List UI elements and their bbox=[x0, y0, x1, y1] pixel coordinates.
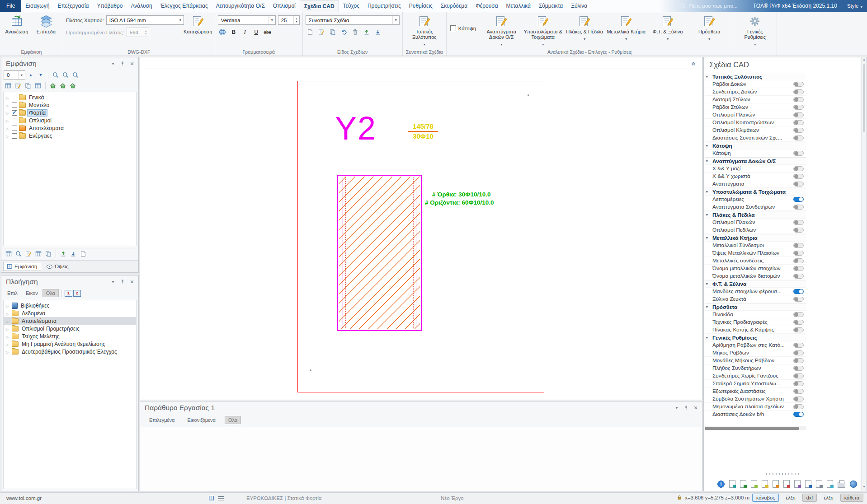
spinner-buttons[interactable] bbox=[143, 28, 149, 37]
toggle-switch[interactable] bbox=[793, 135, 804, 140]
collapse-chevron-icon[interactable] bbox=[690, 60, 697, 66]
cad-row[interactable]: Οπλισμοί Πλακών bbox=[705, 111, 806, 119]
cad-row[interactable]: Όψεις Μεταλλικών Πλαισίων bbox=[705, 249, 806, 257]
resize-grip[interactable] bbox=[766, 473, 799, 475]
undo-button[interactable] bbox=[339, 28, 349, 37]
cad-row[interactable]: Πίνακας Κοπής & Κάμψης bbox=[705, 326, 806, 334]
new-drawing-button[interactable] bbox=[306, 28, 315, 37]
toggle-switch[interactable] bbox=[793, 404, 804, 409]
globe-icon[interactable] bbox=[850, 481, 857, 488]
toggle-switch[interactable] bbox=[793, 89, 804, 94]
snap-toggle-button[interactable]: dxf bbox=[802, 494, 817, 502]
tree-item[interactable]: Ενέργειες bbox=[4, 132, 136, 140]
table-page-button[interactable] bbox=[79, 249, 88, 258]
toggle-switch[interactable] bbox=[793, 289, 804, 294]
toggle-switch[interactable] bbox=[793, 312, 804, 317]
table-down-button[interactable] bbox=[69, 249, 78, 258]
pdf-export-icon[interactable] bbox=[783, 480, 790, 488]
menu-tab[interactable]: Ανάλυση bbox=[127, 0, 156, 12]
menu-tab[interactable]: Έλεγχος Επάρκειας bbox=[156, 0, 212, 12]
grid-view-icon[interactable] bbox=[209, 496, 214, 500]
menu-tab[interactable]: File bbox=[0, 0, 21, 12]
cad-row[interactable]: Ξύλινα Ζευκτά bbox=[705, 295, 806, 303]
toggle-switch[interactable] bbox=[793, 182, 804, 187]
cad-option-button[interactable]: Μεταλλικά Κτήρια bbox=[605, 14, 647, 43]
pin-icon[interactable] bbox=[119, 60, 126, 67]
cad-row[interactable]: Γενικές Ρυθμίσεις bbox=[705, 334, 806, 341]
copy-page-icon[interactable] bbox=[751, 480, 757, 488]
font-family-select[interactable]: Verdana bbox=[218, 15, 276, 25]
tree-item[interactable]: Γενικά bbox=[4, 93, 136, 101]
level-select[interactable]: 0 bbox=[4, 70, 25, 80]
visibility-checkbox[interactable] bbox=[12, 133, 17, 139]
zoom-all-button[interactable] bbox=[71, 70, 80, 79]
scrollbar-thumb[interactable] bbox=[705, 427, 799, 430]
expander-icon[interactable] bbox=[6, 349, 10, 355]
view-3d-button[interactable] bbox=[48, 81, 57, 90]
expander-icon[interactable] bbox=[6, 326, 10, 332]
level-up-button[interactable] bbox=[26, 70, 35, 79]
toggle-switch[interactable] bbox=[793, 166, 804, 171]
cad-row[interactable]: Όνομα μεταλλικών διατομών bbox=[705, 272, 806, 280]
visibility-checkbox[interactable] bbox=[12, 95, 17, 100]
typical-formwork-button[interactable]: Τυπικός Ξυλότυπος bbox=[405, 14, 443, 49]
bold-button[interactable]: B bbox=[229, 28, 238, 37]
layer-copy-button[interactable] bbox=[24, 81, 33, 90]
cad-row[interactable]: Αναπτύγματα bbox=[705, 180, 806, 188]
expander-icon[interactable] bbox=[6, 102, 10, 108]
tree-item[interactable]: Βιβλιοθήκες bbox=[4, 302, 136, 309]
cad-row[interactable]: Οπλισμοί Πεδίλων bbox=[705, 226, 806, 234]
cad-row[interactable]: Υποστυλώματα & Τοιχώματα bbox=[705, 188, 806, 196]
text-report-icon[interactable] bbox=[729, 480, 735, 488]
toggle-switch[interactable] bbox=[793, 320, 804, 325]
cad-option-button[interactable]: Πλάκες & Πέδιλα bbox=[564, 14, 605, 43]
style-menu[interactable]: Style bbox=[847, 3, 859, 9]
horizontal-scrollbar[interactable] bbox=[705, 426, 806, 430]
katopsi-checkbox[interactable]: Κάτοψη bbox=[450, 25, 476, 31]
visibility-checkbox[interactable] bbox=[12, 126, 17, 131]
chart-bar-icon[interactable] bbox=[762, 480, 768, 488]
toggle-switch[interactable] bbox=[793, 366, 804, 371]
tree-item[interactable]: Οπλισμοί-Προμετρήσεις bbox=[4, 325, 136, 332]
excel-export-icon[interactable] bbox=[740, 480, 746, 488]
cad-row[interactable]: Όνομα μεταλλικών στοιχείων bbox=[705, 265, 806, 272]
cad-row[interactable]: Φ.Τ. & Ξύλινα bbox=[705, 280, 806, 288]
snap-toggle-button[interactable]: έλξη bbox=[820, 494, 837, 502]
toggle-switch[interactable] bbox=[793, 112, 804, 117]
custom-width-input[interactable]: 594 bbox=[127, 28, 149, 37]
info-icon[interactable] bbox=[717, 481, 725, 488]
toggle-switch[interactable] bbox=[793, 82, 804, 87]
pin-icon[interactable] bbox=[119, 278, 126, 285]
import-drawing-button[interactable] bbox=[373, 28, 382, 37]
cad-row[interactable]: Οπλισμοί Κοιτοστρώσεων bbox=[705, 119, 806, 126]
table-up-button[interactable] bbox=[59, 249, 68, 258]
cad-row[interactable]: Διαστάσεις Δοκών b/h bbox=[705, 411, 806, 418]
spinner-buttons[interactable] bbox=[293, 16, 299, 24]
cad-row[interactable]: Κάτοψη bbox=[705, 149, 806, 157]
layer-edit-button[interactable] bbox=[14, 81, 23, 90]
chevron-down-icon[interactable] bbox=[392, 16, 399, 24]
drawing-canvas[interactable]: Y2 145/78 30Φ10 # Όρθια: 30Φ10/10.0 # Ορ… bbox=[140, 57, 702, 400]
scroll-down-icon[interactable] bbox=[862, 485, 866, 490]
menu-tab[interactable]: Υπόβαθρο bbox=[93, 0, 127, 12]
toggle-switch[interactable] bbox=[793, 220, 804, 225]
menu-tab[interactable]: Οπλισμοί bbox=[269, 0, 300, 12]
export-drawing-button[interactable] bbox=[362, 28, 371, 37]
cad-option-button[interactable]: Υποστυλώματα & Τοιχώματα bbox=[522, 14, 564, 49]
cad-row[interactable]: Μανδύες στοιχείων φέρουσ... bbox=[705, 288, 806, 295]
toggle-switch[interactable] bbox=[793, 274, 804, 279]
refresh-button[interactable]: Ανανέωση bbox=[3, 14, 31, 36]
cad-row[interactable]: Ράβδοι Στύλων bbox=[705, 103, 806, 111]
cad-row[interactable]: Συνδετήρες Χωρίς Γάντζους bbox=[705, 372, 806, 380]
view-top-button[interactable] bbox=[68, 81, 77, 90]
cad-row[interactable]: Πλάκες & Πέδιλα bbox=[705, 211, 806, 219]
cad-row[interactable]: Διατομή Στύλων bbox=[705, 96, 806, 103]
strikethrough-button[interactable]: abe bbox=[263, 28, 272, 37]
toggle-switch[interactable] bbox=[793, 266, 804, 271]
drawing-area[interactable]: Y2 145/78 30Φ10 # Όρθια: 30Φ10/10.0 # Ορ… bbox=[140, 70, 702, 400]
view-front-button[interactable] bbox=[58, 81, 67, 90]
table-grid-button[interactable] bbox=[34, 249, 43, 258]
edit-drawing-button[interactable] bbox=[317, 28, 326, 37]
cad-row[interactable]: Κάτοψη bbox=[705, 142, 806, 149]
scroll-up-icon[interactable] bbox=[862, 58, 866, 63]
